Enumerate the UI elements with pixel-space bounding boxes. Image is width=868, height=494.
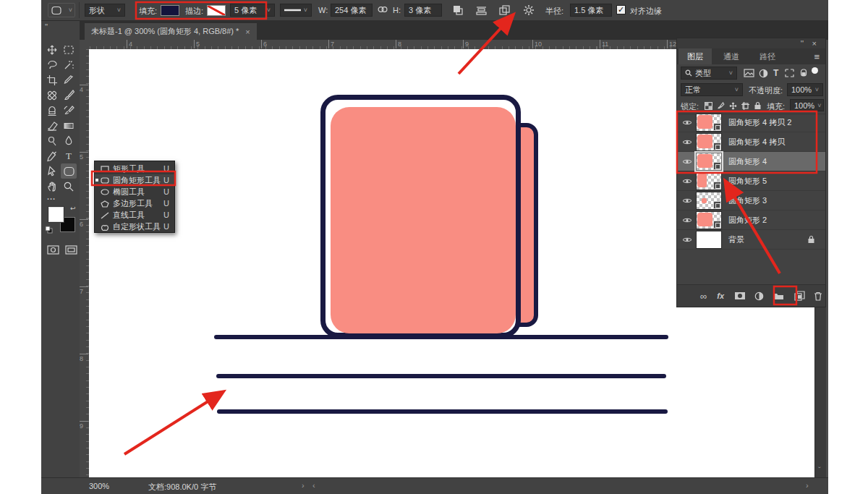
type-filter-icon[interactable]: T: [773, 68, 778, 78]
zoom-level-field[interactable]: 300%: [89, 482, 109, 490]
menu-item-rectangle-tool[interactable]: 矩形工具 U: [95, 163, 174, 174]
layer-name[interactable]: 圆角矩形 4: [728, 156, 767, 167]
mini-default-swatches-icon[interactable]: [45, 226, 53, 234]
visibility-eye-icon[interactable]: [682, 139, 692, 145]
fx-icon[interactable]: fx: [717, 291, 724, 300]
group-icon[interactable]: [773, 291, 784, 300]
fill-color-swatch[interactable]: [161, 5, 179, 16]
new-layer-icon[interactable]: [794, 291, 805, 301]
layer-name[interactable]: 圆角矩形 4 拷贝: [728, 137, 785, 148]
layer-thumbnail[interactable]: [697, 173, 721, 189]
link-layers-icon[interactable]: ∞: [700, 291, 707, 302]
marquee-tool[interactable]: [61, 42, 77, 57]
path-operations-icon[interactable]: [452, 4, 464, 16]
layer-mask-icon[interactable]: [734, 291, 746, 300]
pen-tool[interactable]: [44, 148, 60, 163]
foreground-color-swatch[interactable]: [48, 207, 64, 222]
visibility-eye-icon[interactable]: [682, 178, 692, 184]
magic-wand-tool[interactable]: [61, 57, 77, 72]
rounded-rectangle-tool[interactable]: [61, 163, 77, 179]
quick-mask-icon[interactable]: [47, 245, 59, 255]
panel-collapse-icon[interactable]: '': [801, 39, 804, 48]
status-scroll-right-chevron[interactable]: ›: [806, 481, 809, 490]
path-align-icon[interactable]: [475, 4, 488, 16]
layer-row-selected[interactable]: 圆角矩形 4: [677, 152, 825, 171]
stroke-style-dropdown[interactable]: ˅: [280, 4, 312, 17]
layer-row[interactable]: 圆角矩形 3: [677, 191, 825, 210]
brush-tool[interactable]: [61, 88, 77, 103]
tab-layers[interactable]: 图层: [678, 48, 712, 64]
toolbar-collapse-icon[interactable]: '': [45, 22, 48, 31]
visibility-eye-icon[interactable]: [682, 119, 692, 126]
menu-item-custom-shape-tool[interactable]: 自定形状工具 U: [95, 221, 174, 232]
tab-channels[interactable]: 通道: [715, 48, 748, 64]
lock-paint-icon[interactable]: [717, 102, 725, 110]
history-brush-tool[interactable]: [61, 103, 77, 118]
gear-icon[interactable]: [523, 4, 535, 16]
panel-menu-icon[interactable]: ≡: [814, 51, 820, 62]
menu-item-ellipse-tool[interactable]: 椭圆工具 U: [95, 186, 174, 197]
layer-row[interactable]: 圆角矩形 5: [677, 171, 825, 191]
layer-row[interactable]: 圆角矩形 4 拷贝: [677, 132, 825, 152]
layer-thumbnail[interactable]: [697, 192, 721, 209]
scroll-down-chevron[interactable]: ˇ: [818, 466, 821, 474]
fill-dropdown[interactable]: 100% ˅: [790, 99, 824, 111]
visibility-eye-icon[interactable]: [682, 197, 692, 204]
adjustment-filter-icon[interactable]: [759, 69, 768, 78]
close-icon[interactable]: ×: [245, 27, 250, 36]
layer-thumbnail[interactable]: [697, 231, 721, 248]
layer-thumbnail[interactable]: [697, 212, 721, 229]
layer-name[interactable]: 背景: [728, 234, 744, 245]
layer-name[interactable]: 圆角矩形 5: [728, 176, 767, 187]
image-filter-icon[interactable]: [744, 69, 754, 77]
zoom-tool[interactable]: [61, 179, 77, 194]
lock-all-icon[interactable]: [754, 101, 762, 110]
hand-tool[interactable]: [44, 179, 60, 194]
shape-filter-icon[interactable]: [785, 69, 794, 77]
dodge-tool[interactable]: [44, 133, 60, 148]
smart-object-filter-icon[interactable]: [799, 69, 807, 77]
status-chevron-right[interactable]: ›: [302, 481, 305, 490]
status-chevron-left[interactable]: ‹: [312, 481, 315, 490]
menu-item-rounded-rectangle-tool[interactable]: 圆角矩形工具 U: [95, 174, 174, 186]
lock-transparency-icon[interactable]: [705, 102, 712, 110]
stroke-width-dropdown[interactable]: 5 像素 ˅: [230, 4, 275, 17]
healing-brush-tool[interactable]: [44, 88, 60, 103]
adjustment-layer-icon[interactable]: [754, 291, 764, 301]
width-field[interactable]: 254 像素: [331, 4, 373, 17]
blend-mode-dropdown[interactable]: 正常 ˅: [681, 83, 743, 96]
screen-mode-icon[interactable]: [65, 245, 77, 255]
document-tab[interactable]: 未标题-1 @ 300% (圆角矩形 4, RGB/8#) * ×: [85, 23, 257, 40]
tab-paths[interactable]: 路径: [751, 48, 784, 64]
layer-name[interactable]: 圆角矩形 3: [728, 195, 767, 206]
layer-thumbnail[interactable]: [697, 153, 721, 170]
eyedropper-tool[interactable]: [61, 72, 77, 88]
path-selection-tool[interactable]: [44, 163, 60, 179]
crop-tool[interactable]: [44, 72, 60, 88]
menu-item-line-tool[interactable]: 直线工具 U: [95, 209, 174, 221]
gradient-tool[interactable]: [61, 118, 77, 133]
visibility-eye-icon[interactable]: [682, 237, 692, 243]
type-tool[interactable]: T: [61, 148, 77, 163]
radius-field[interactable]: 1.5 像素: [570, 4, 612, 17]
clone-stamp-tool[interactable]: [44, 103, 60, 118]
blur-tool[interactable]: [61, 133, 77, 148]
tool-mode-dropdown[interactable]: 形状 ˅: [85, 4, 125, 17]
align-edges-checkbox[interactable]: ✓: [616, 5, 626, 14]
layer-thumbnail[interactable]: [697, 134, 721, 150]
lasso-tool[interactable]: [44, 57, 60, 72]
panel-close-icon[interactable]: ×: [812, 39, 817, 48]
reset-colors-icon[interactable]: ↩: [70, 205, 76, 212]
toolbar-more-dots[interactable]: ...: [47, 192, 56, 201]
layer-name[interactable]: 圆角矩形 4 拷贝 2: [728, 117, 791, 128]
tool-preset-button[interactable]: ˅: [48, 3, 75, 17]
path-arrange-icon[interactable]: [498, 4, 511, 16]
visibility-eye-icon[interactable]: [682, 217, 692, 223]
delete-layer-icon[interactable]: [814, 291, 822, 301]
height-field[interactable]: 3 像素: [404, 4, 442, 17]
lock-move-icon[interactable]: [729, 102, 737, 110]
menu-item-polygon-tool[interactable]: 多边形工具 U: [95, 197, 174, 209]
layer-row[interactable]: 圆角矩形 2: [677, 210, 825, 230]
layer-row[interactable]: 圆角矩形 4 拷贝 2: [677, 113, 825, 132]
stroke-color-swatch[interactable]: [207, 5, 226, 16]
